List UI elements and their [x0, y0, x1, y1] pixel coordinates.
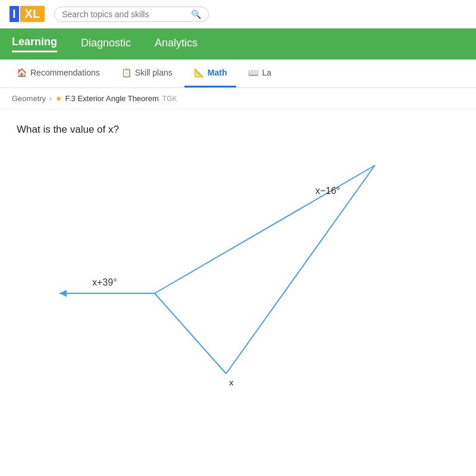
nav-item-diagnostic[interactable]: Diagnostic [81, 37, 131, 52]
skillplans-icon: 📋 [121, 68, 131, 77]
logo-xl: XL [20, 6, 45, 22]
breadcrumb-code: TGK [162, 95, 177, 103]
search-icon: 🔍 [191, 10, 201, 19]
svg-marker-4 [60, 290, 67, 297]
search-input[interactable] [62, 10, 191, 19]
breadcrumb-section[interactable]: Geometry [12, 94, 46, 103]
tab-math[interactable]: 📐 Math [184, 60, 237, 87]
math-icon: 📐 [194, 68, 204, 77]
search-bar[interactable]: 🔍 [54, 7, 209, 22]
tab-la[interactable]: 📖 La [239, 60, 281, 87]
tab-skillplans[interactable]: 📋 Skill plans [112, 60, 182, 87]
tab-recommendations[interactable]: 🏠 Recommendations [7, 60, 109, 87]
svg-text:x+39°: x+39° [92, 277, 117, 287]
svg-line-0 [155, 165, 375, 293]
ixl-logo[interactable]: IXL [10, 6, 45, 22]
top-bar: IXL 🔍 [0, 0, 476, 29]
tab-math-label: Math [208, 68, 227, 77]
tab-la-label: La [262, 68, 271, 77]
breadcrumb-skill[interactable]: F.3 Exterior Angle Theorem [65, 94, 158, 103]
breadcrumb-star-icon: ★ [55, 94, 62, 103]
recommendations-icon: 🏠 [17, 68, 27, 77]
la-icon: 📖 [248, 68, 258, 77]
tab-skillplans-label: Skill plans [135, 68, 173, 77]
svg-text:x−16°: x−16° [315, 186, 340, 196]
svg-line-1 [226, 165, 375, 374]
tabs-bar: 🏠 Recommendations 📋 Skill plans 📐 Math 📖… [0, 60, 476, 88]
main-content: What is the value of x? x−16° x+39° x [0, 109, 476, 466]
svg-line-2 [155, 293, 226, 374]
answer-row: x = ° [0, 466, 476, 476]
tab-recommendations-label: Recommendations [30, 68, 100, 77]
nav-item-learning[interactable]: Learning [12, 36, 57, 52]
svg-text:x: x [229, 377, 234, 387]
logo-i: I [10, 6, 19, 22]
breadcrumb-separator: › [49, 94, 52, 103]
diagram-container: x−16° x+39° x [17, 148, 459, 421]
nav-bar: Learning Diagnostic Analytics [0, 29, 476, 60]
triangle-svg: x−16° x+39° x [17, 148, 459, 421]
question-text: What is the value of x? [17, 124, 459, 136]
nav-item-analytics[interactable]: Analytics [155, 37, 198, 52]
breadcrumb: Geometry › ★ F.3 Exterior Angle Theorem … [0, 88, 476, 109]
